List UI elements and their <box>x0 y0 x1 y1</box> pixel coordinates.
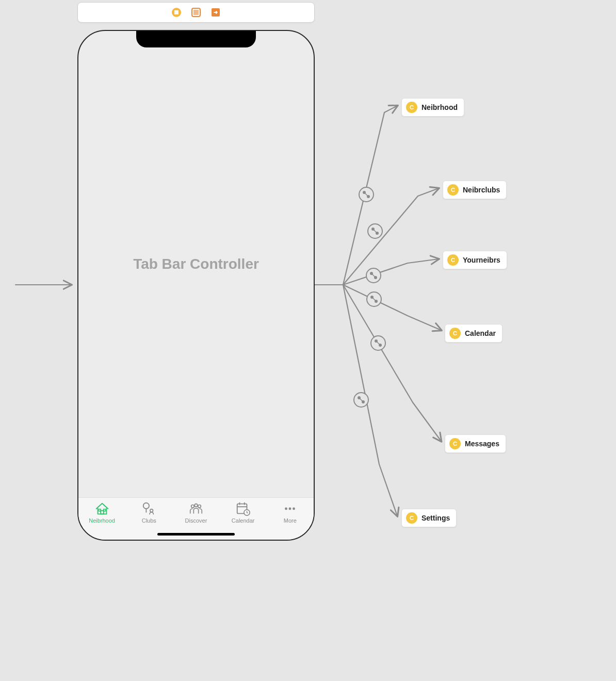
svg-line-18 <box>372 297 376 301</box>
svg-rect-26 <box>174 10 179 14</box>
storyboard-entry-icon <box>171 7 182 18</box>
svg-point-1 <box>359 187 374 202</box>
svg-point-35 <box>191 505 194 508</box>
destination-settings[interactable]: C Settings <box>401 509 457 527</box>
svg-point-8 <box>367 196 369 198</box>
house-icon <box>94 501 110 516</box>
home-indicator <box>157 533 235 536</box>
svg-rect-30 <box>99 509 101 511</box>
svg-line-24 <box>359 398 363 402</box>
svg-point-32 <box>143 503 149 509</box>
svg-point-5 <box>371 336 385 350</box>
svg-point-22 <box>358 397 360 399</box>
exit-icon <box>210 7 221 18</box>
tab-discover[interactable]: Discover <box>175 501 217 524</box>
svg-point-10 <box>372 228 374 230</box>
people-group-icon <box>188 501 204 516</box>
svg-point-14 <box>375 277 377 279</box>
chip-label: Calendar <box>465 329 496 337</box>
svg-line-9 <box>364 192 368 197</box>
svg-line-21 <box>376 341 380 345</box>
svg-rect-31 <box>103 509 105 511</box>
svg-point-3 <box>366 268 381 283</box>
svg-point-45 <box>293 508 295 510</box>
tab-calendar[interactable]: Calendar <box>222 501 264 524</box>
svg-point-19 <box>375 340 377 342</box>
svg-line-15 <box>371 273 376 278</box>
destination-neibrclubs[interactable]: C Neibrclubs <box>443 181 507 199</box>
tree-people-icon <box>141 501 157 516</box>
svg-point-23 <box>362 401 364 403</box>
phone-content-area: Tab Bar Controller <box>78 31 314 497</box>
svg-point-11 <box>376 232 378 234</box>
tab-label: Discover <box>185 517 207 524</box>
svg-point-44 <box>289 508 291 510</box>
tab-neibrhood[interactable]: Neibrhood <box>82 501 123 524</box>
destination-neibrhood[interactable]: C Neibrhood <box>401 98 464 117</box>
svg-line-12 <box>373 229 377 233</box>
svg-point-17 <box>375 300 377 302</box>
svg-rect-29 <box>101 511 104 514</box>
tab-label: Calendar <box>232 517 255 524</box>
chip-label: Messages <box>465 440 499 448</box>
chip-label: Neibrhood <box>422 103 458 111</box>
controller-icon: C <box>406 102 417 113</box>
controller-icon: C <box>447 184 459 196</box>
chip-label: Yourneibrs <box>463 256 500 264</box>
calendar-clock-icon <box>235 501 251 516</box>
scene-toolbar[interactable] <box>77 2 315 23</box>
controller-icon: C <box>449 328 461 339</box>
tab-label: Clubs <box>142 517 156 524</box>
svg-point-13 <box>370 272 372 274</box>
svg-point-6 <box>354 393 368 407</box>
destination-messages[interactable]: C Messages <box>445 434 506 453</box>
svg-point-36 <box>194 504 198 507</box>
tab-label: More <box>284 517 297 524</box>
controller-icon: C <box>449 438 461 449</box>
svg-point-37 <box>198 505 201 508</box>
chip-label: Settings <box>422 514 450 522</box>
svg-point-2 <box>368 224 382 238</box>
phone-frame: Tab Bar Controller Neibrhood <box>77 30 315 541</box>
tab-clubs[interactable]: Clubs <box>128 501 170 524</box>
tab-label: Neibrhood <box>89 517 115 524</box>
ellipsis-icon <box>282 501 298 516</box>
svg-point-4 <box>367 292 381 306</box>
svg-point-7 <box>363 191 365 193</box>
controller-icon: C <box>406 512 417 524</box>
destination-yourneibrs[interactable]: C Yourneibrs <box>443 251 507 269</box>
destination-calendar[interactable]: C Calendar <box>445 324 502 343</box>
tab-more[interactable]: More <box>269 501 311 524</box>
chip-label: Neibrclubs <box>463 186 500 194</box>
svg-point-16 <box>371 296 373 298</box>
svg-point-20 <box>379 344 381 346</box>
first-responder-icon <box>191 7 201 18</box>
controller-title: Tab Bar Controller <box>133 256 259 272</box>
controller-icon: C <box>447 254 459 266</box>
svg-point-43 <box>285 508 287 510</box>
